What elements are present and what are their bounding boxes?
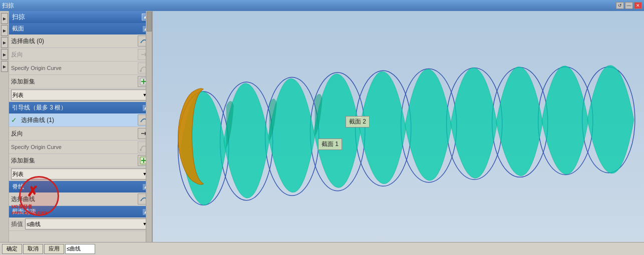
strip-btn-3[interactable]: ▶ bbox=[1, 37, 8, 48]
title-bar: 扫掠 ↺ — ✕ bbox=[0, 0, 644, 11]
strip-btn-5[interactable]: ▶ bbox=[1, 61, 8, 72]
specify-origin-label-1: Specify Origin Curve bbox=[11, 65, 138, 71]
cancel-button[interactable]: 取消 bbox=[23, 244, 43, 254]
viewport-label-2-text: 截面 2 bbox=[349, 118, 366, 125]
apply-button[interactable]: 应用 bbox=[44, 244, 64, 254]
left-panel: ▶ ▶ ▶ ▶ ▶ 扫掠 ▲ 截面 ▲ 选择曲线 (0) bbox=[0, 11, 153, 242]
section-header-1: 截面 ▲ bbox=[9, 23, 152, 34]
viewport-label-1-text: 截面 1 bbox=[321, 140, 339, 148]
strip-btn-1[interactable]: ▶ bbox=[1, 13, 8, 24]
strip-btn-4[interactable]: ▶ bbox=[1, 49, 8, 60]
panel-scrollbar[interactable] bbox=[146, 11, 152, 242]
main-area: ▶ ▶ ▶ ▶ ▶ 扫掠 ▲ 截面 ▲ 选择曲线 (0) bbox=[0, 11, 644, 242]
title-text: 扫掠 bbox=[2, 2, 14, 10]
list-dropdown-label-2: 列表 bbox=[13, 170, 24, 178]
strip-btn-2[interactable]: ▶ bbox=[1, 25, 8, 36]
reverse-label-1: 反向 bbox=[11, 50, 138, 59]
close-button[interactable]: ✕ bbox=[634, 2, 642, 9]
interpolation-label: 插值 bbox=[11, 220, 23, 228]
specify-origin-row-2: Specify Origin Curve bbox=[9, 140, 152, 154]
helix-svg bbox=[153, 11, 644, 242]
select-curve-row-1: 选择曲线 (0) bbox=[9, 34, 152, 48]
section-1-label: 截面 bbox=[12, 24, 24, 33]
interpolation-value: ≤曲线 bbox=[27, 220, 41, 228]
section-4-label: 截面选项 bbox=[12, 208, 36, 216]
viewport-label-1: 截面 1 bbox=[318, 138, 342, 150]
title-bar-buttons: ↺ — ✕ bbox=[616, 2, 642, 9]
interpolation-dropdown-row: 插值 ≤曲线 ▼ bbox=[9, 218, 152, 231]
apply-label: 应用 bbox=[49, 245, 60, 252]
bottom-bar: 确定 取消 应用 bbox=[0, 242, 644, 255]
ok-button[interactable]: 确定 bbox=[2, 244, 22, 254]
add-set-row-1: 添加新集 bbox=[9, 75, 152, 88]
svg-point-1 bbox=[140, 70, 142, 72]
left-tool-strip: ▶ ▶ ▶ ▶ ▶ bbox=[0, 11, 9, 242]
reverse-row-1: 反向 bbox=[9, 48, 152, 62]
select-curve-row-3: 选择曲线 bbox=[9, 192, 152, 206]
section-3-label: 脊线 bbox=[12, 182, 24, 191]
reverse-label-2: 反向 bbox=[11, 130, 138, 138]
interpolation-dropdown[interactable]: ≤曲线 ▼ bbox=[25, 218, 150, 230]
specify-origin-row-1: Specify Origin Curve bbox=[9, 62, 152, 75]
dialog-title-text: 扫掠 bbox=[12, 12, 25, 22]
bottom-input[interactable] bbox=[65, 244, 95, 254]
check-icon-2: ✓ bbox=[11, 116, 19, 124]
refresh-button[interactable]: ↺ bbox=[616, 2, 624, 9]
select-curve-row-2: ✓ 选择曲线 (1) bbox=[9, 114, 152, 127]
section-header-2: 引导线（最多 3 根） ▲ bbox=[9, 102, 152, 114]
add-set-row-2: 添加新集 bbox=[9, 154, 152, 168]
list-dropdown-1[interactable]: 列表 ▼ bbox=[11, 90, 150, 100]
select-curve-label-1: 选择曲线 (0) bbox=[11, 37, 138, 46]
svg-point-6 bbox=[140, 149, 142, 151]
section-2-label: 引导线（最多 3 根） bbox=[12, 104, 67, 112]
list-dropdown-label-1: 列表 bbox=[13, 92, 24, 99]
reverse-row-2: 反向 bbox=[9, 127, 152, 140]
ok-label: 确定 bbox=[7, 245, 18, 252]
section-header-4: 截面选项 ▲ bbox=[9, 206, 152, 218]
select-curve-label-2: 选择曲线 (1) bbox=[21, 116, 138, 124]
cancel-label: 取消 bbox=[28, 245, 39, 252]
scroll-thumb[interactable] bbox=[147, 12, 152, 32]
panel-content: 扫掠 ▲ 截面 ▲ 选择曲线 (0) 反向 bbox=[9, 11, 152, 242]
3d-viewport[interactable]: 截面 2 截面 1 bbox=[153, 11, 644, 242]
viewport-label-2: 截面 2 bbox=[346, 116, 370, 128]
specify-origin-label-2: Specify Origin Curve bbox=[11, 144, 138, 150]
section-header-3: 脊线 ▲ bbox=[9, 181, 152, 192]
add-set-label-2: 添加新集 bbox=[11, 156, 138, 165]
minimize-button[interactable]: — bbox=[625, 2, 633, 9]
list-dropdown-2[interactable]: 列表 ▼ bbox=[11, 168, 150, 180]
spine-section: 脊线 ▲ ✗ UG爱好者 www.ugsnx.com 选择曲线 bbox=[9, 181, 152, 231]
list-dropdown-row-1: 列表 ▼ bbox=[9, 88, 152, 102]
select-curve-label-3: 选择曲线 bbox=[11, 195, 138, 204]
dialog-title-bar: 扫掠 ▲ bbox=[9, 11, 152, 23]
add-set-label-1: 添加新集 bbox=[11, 78, 138, 86]
list-dropdown-row-2: 列表 ▼ bbox=[9, 168, 152, 181]
